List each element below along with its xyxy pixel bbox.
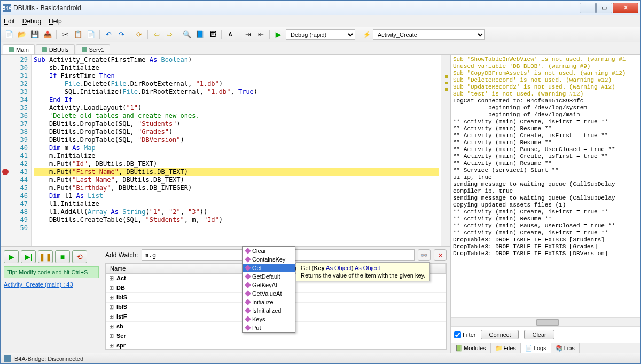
tab-dbutils[interactable]: DBUtils (36, 44, 75, 54)
minimize-button[interactable]: — (580, 3, 596, 13)
sub-select[interactable]: Activity_Create (373, 29, 485, 40)
log-output[interactable]: Sub 'ShowTableInWebView' is not used. (w… (451, 55, 640, 317)
tab-main[interactable]: Main (3, 44, 35, 54)
side-tab-logs[interactable]: 📄Logs (521, 343, 551, 353)
autocomplete-tooltip: Get (Key As Object) As Object Returns th… (296, 262, 430, 281)
module-icon[interactable]: 📘 (194, 29, 205, 40)
toolbar: 📄 📂 💾 📤 ✂ 📋 📄 ↶ ↷ ⟳ ⇦ ⇨ 🔍 📘 🖼 A ⇥ ⇤ ▶ De… (1, 27, 640, 42)
tip-label: Tip: Modify code and hit Ctrl+S (4, 266, 99, 278)
copy-icon[interactable]: 📋 (73, 29, 83, 40)
inspector-icon[interactable]: 🔍 (182, 29, 192, 40)
stack-frame-link[interactable]: Activity_Create (main) : 43 (4, 281, 99, 288)
debug-panel: ▶ ▶| ❚❚ ■ ⟲ Tip: Modify code and hit Ctr… (1, 246, 450, 353)
autocomplete-item[interactable]: ContainsKey (243, 255, 295, 264)
debug-mode-select[interactable]: Debug (rapid) (286, 29, 355, 40)
code-editor[interactable]: 2930313233343536373839404142434445464748… (1, 55, 450, 246)
debug-stop-button[interactable]: ■ (55, 250, 70, 263)
autocomplete-item[interactable]: Keys (243, 315, 295, 323)
menu-edit[interactable]: Edit (4, 18, 15, 25)
autocomplete-icon[interactable]: A (225, 29, 236, 40)
debug-continue-button[interactable]: ▶ (4, 250, 19, 263)
debug-restart-button[interactable]: ⟲ (72, 250, 87, 263)
table-row[interactable]: ⊞spr (106, 341, 446, 349)
side-tab-files[interactable]: 📁Files (491, 343, 521, 353)
designer-icon[interactable]: 🖼 (207, 29, 218, 40)
outdent-icon[interactable]: ⇤ (255, 29, 266, 40)
debug-step-button[interactable]: ▶| (21, 250, 36, 263)
menu-help[interactable]: Help (49, 18, 62, 25)
autocomplete-item[interactable]: Clear (243, 247, 295, 255)
back-icon[interactable]: ⇦ (151, 29, 162, 40)
titlebar: B4A DBUtils - Basic4android — ▭ ✕ (1, 1, 640, 15)
redo-icon[interactable]: ↷ (116, 29, 127, 40)
breakpoint-icon[interactable] (2, 169, 9, 175)
ide-window: B4A DBUtils - Basic4android — ▭ ✕ Edit D… (0, 0, 641, 364)
autocomplete-item[interactable]: IsInitialized (243, 306, 295, 315)
code-area[interactable]: Sub Activity_Create(FirstTime As Boolean… (32, 55, 441, 246)
watch-label: Add Watch: (105, 251, 138, 259)
undo-icon[interactable]: ↶ (103, 29, 114, 40)
sync-icon[interactable]: ⟳ (134, 29, 144, 40)
autocomplete-popup[interactable]: ClearContainsKeyGetGetDefaultGetKeyAtGet… (242, 246, 295, 333)
watch-eval-button[interactable]: 👓 (418, 249, 431, 261)
status-text: B4A-Bridge: Disconnected (14, 355, 83, 362)
autocomplete-item[interactable]: GetKeyAt (243, 281, 295, 289)
side-tab-libs[interactable]: 📚Libs (551, 343, 580, 353)
table-row[interactable]: ⊞Ser (106, 331, 446, 341)
close-button[interactable]: ✕ (613, 3, 638, 13)
connect-button[interactable]: Connect (481, 330, 519, 339)
run-icon[interactable]: ▶ (273, 29, 284, 40)
autocomplete-item[interactable]: GetDefault (243, 272, 295, 281)
logs-panel: Sub 'ShowTableInWebView' is not used. (w… (451, 55, 640, 353)
autocomplete-item[interactable]: GetValueAt (243, 289, 295, 298)
gutter[interactable]: 2930313233343536373839404142434445464748… (1, 55, 32, 246)
debug-pause-button[interactable]: ❚❚ (38, 250, 53, 263)
clear-button[interactable]: Clear (524, 330, 554, 339)
menu-debug[interactable]: Debug (22, 18, 41, 25)
statusbar: B4A-Bridge: Disconnected (1, 353, 640, 363)
watch-delete-button[interactable]: ✕ (434, 249, 447, 261)
indent-icon[interactable]: ⇥ (243, 29, 253, 40)
cut-icon[interactable]: ✂ (60, 29, 71, 40)
open-icon[interactable]: 📂 (17, 29, 27, 40)
filter-checkbox[interactable]: Filter (454, 331, 475, 338)
export-icon[interactable]: 📤 (42, 29, 53, 40)
menubar: Edit Debug Help (1, 15, 640, 27)
side-tab-modules[interactable]: 📗Modules (451, 343, 491, 353)
side-tabs: 📗Modules📁Files📄Logs📚Libs (451, 343, 640, 353)
paste-icon[interactable]: 📄 (85, 29, 96, 40)
forward-icon[interactable]: ⇨ (164, 29, 175, 40)
maximize-button[interactable]: ▭ (596, 3, 612, 13)
log-h-scrollbar[interactable] (451, 317, 640, 326)
window-title: DBUtils - Basic4android (13, 4, 580, 12)
lightning-icon: ⚡ (363, 31, 371, 38)
autocomplete-item[interactable]: Get (243, 264, 295, 272)
bridge-icon (4, 355, 11, 362)
col-name: Name (106, 264, 143, 273)
tab-serv1[interactable]: Serv1 (76, 44, 111, 54)
autocomplete-item[interactable]: Put (243, 323, 295, 332)
new-icon[interactable]: 📄 (4, 29, 14, 40)
app-icon: B4A (3, 4, 11, 12)
file-tabs: MainDBUtilsServ1 (1, 42, 640, 55)
save-icon[interactable]: 💾 (29, 29, 40, 40)
autocomplete-item[interactable]: Initialize (243, 298, 295, 306)
editor-scrollbar[interactable] (441, 55, 450, 246)
